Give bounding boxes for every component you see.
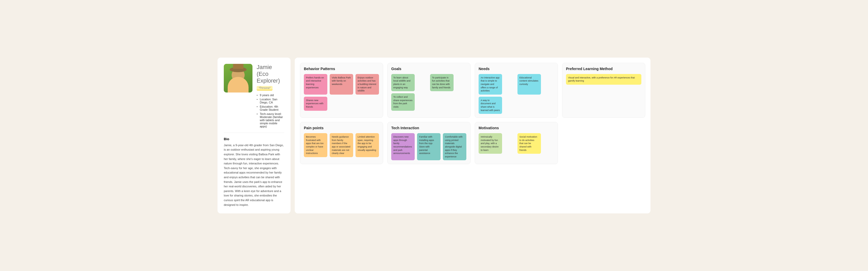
need-card-1: Educational content stimulates curiosity [518,74,541,95]
profile-section: Jamie (Eco Explorer) *Persona* 9 years o… [224,64,284,129]
motivation-card-0: Intrinsically motivated by fun and play,… [478,133,502,154]
motivation-card-1: Social motivation to do activities that … [518,133,541,154]
bio-title: Bio [224,137,284,141]
pain-card-1: Needs guidance from family members if th… [330,133,353,157]
behavior-patterns-section: Behavior Patterns Prefers hands-on and i… [300,63,383,118]
need-card-2: A way to document and share what is lear… [478,97,502,114]
needs-title: Needs [478,67,554,71]
motivations-cards: Intrinsically motivated by fun and play,… [478,133,554,154]
profile-name: Jamie (Eco Explorer) [257,64,284,84]
preferred-card-0: Visual and interactive, with a preferenc… [566,74,641,85]
behavior-card-3: Shares new experiences with friends [304,97,327,111]
bio-section: Bio Jamie, a 9-year-old 4th grader from … [224,133,284,207]
goal-card-0: To learn about local wildlife and plants… [391,74,415,91]
profile-details: 9 years old Location: San Diego, CA Educ… [257,93,284,129]
avatar [224,64,252,93]
tech-interaction-section: Tech Interaction Discovers new apps thro… [387,122,470,164]
motivations-title: Motivations [478,126,554,130]
pain-title: Pain points [304,126,379,130]
tech-title: Tech Interaction [391,126,467,130]
detail-location: Location: San Diego, CA [257,97,284,104]
needs-cards: An interactive app that is simple to nav… [478,74,554,114]
pain-card-2: Limited attention span, requiring the ap… [355,133,379,157]
grid-layout: Behavior Patterns Prefers hands-on and i… [300,63,645,164]
behavior-cards-top: Prefers hands-on and interactive learnin… [304,74,379,95]
tech-card-1: Familiar with installing apps from the A… [417,133,440,160]
behavior-card-2: Enjoys outdoor activities and has a budd… [355,74,379,95]
preferred-cards: Visual and interactive, with a preferenc… [566,74,641,85]
goals-section: Goals To learn about local wildlife and … [387,63,470,118]
behavior-cards-bottom: Shares new experiences with friends [304,97,379,111]
goal-card-2: To collect and share experiences from th… [391,93,415,110]
goals-title: Goals [391,67,467,71]
detail-age: 9 years old [257,93,284,97]
need-card-0: An interactive app that is simple to nav… [478,74,502,95]
profile-info: Jamie (Eco Explorer) *Persona* 9 years o… [257,64,284,129]
detail-education: Education: 4th Grade Student [257,104,284,112]
avatar-figure [224,64,252,93]
preferred-title: Preferred Learning Method [566,67,641,71]
tech-cards: Discovers new apps through family recomm… [391,133,467,160]
main-container: Jamie (Eco Explorer) *Persona* 9 years o… [218,58,650,213]
role-text: (Eco Explorer) [257,71,280,84]
behavior-card-0: Prefers hands-on and interactive learnin… [304,74,327,95]
right-panel: Behavior Patterns Prefers hands-on and i… [295,58,650,213]
tech-card-2: Comfortable with using printed materials… [443,133,466,160]
needs-section: Needs An interactive app that is simple … [475,63,558,118]
detail-tech: Tech-savvy level: Moderate (familiar wit… [257,112,284,129]
tech-card-0: Discovers new apps through family recomm… [391,133,415,160]
hat-decoration [230,67,247,72]
name-text: Jamie [257,64,272,70]
behavior-title: Behavior Patterns [304,67,379,71]
pain-cards: Becomes frustrated with apps that are to… [304,133,379,157]
left-panel: Jamie (Eco Explorer) *Persona* 9 years o… [218,58,290,213]
pain-card-0: Becomes frustrated with apps that are to… [304,133,327,157]
goals-cards: To learn about local wildlife and plants… [391,74,467,111]
behavior-card-1: Visits Balboa Park with family on weeken… [330,74,353,95]
bio-text: Jamie, a 9-year-old 4th grader from San … [224,143,284,207]
motivations-section: Motivations Intrinsically motivated by f… [475,122,558,164]
preferred-learning-section: Preferred Learning Method Visual and int… [562,63,645,118]
goal-card-1: To participate in fun activities that ca… [430,74,454,91]
persona-badge: *Persona* [257,86,273,91]
pain-points-section: Pain points Becomes frustrated with apps… [300,122,383,164]
